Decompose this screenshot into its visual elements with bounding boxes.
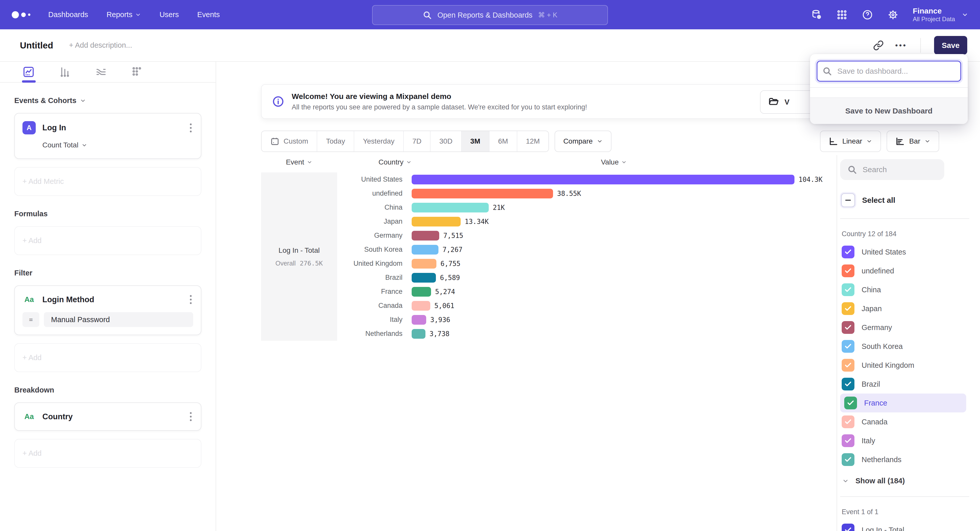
range-6m[interactable]: 6M xyxy=(489,131,517,152)
breakdown-kebab-icon[interactable] xyxy=(188,411,193,423)
save-button[interactable]: Save xyxy=(934,36,967,55)
nav-events[interactable]: Events xyxy=(197,11,220,19)
data-management-icon[interactable] xyxy=(811,9,822,21)
column-header-event[interactable]: Event xyxy=(261,158,337,166)
country-checkbox[interactable] xyxy=(842,415,854,428)
event-legend-item[interactable]: Log In - Total xyxy=(840,520,966,531)
country-checkbox[interactable] xyxy=(844,396,857,409)
settings-gear-icon[interactable] xyxy=(887,9,899,21)
range-today[interactable]: Today xyxy=(317,131,354,152)
country-filter-item[interactable]: China xyxy=(840,280,966,299)
tab-retention[interactable] xyxy=(131,62,143,82)
country-filter-item[interactable]: United States xyxy=(840,243,966,262)
breakdown-property-name[interactable]: Country xyxy=(42,412,73,421)
country-filter-item[interactable]: Canada xyxy=(840,412,966,431)
global-search[interactable]: Open Reports & Dashboards ⌘ + K xyxy=(372,5,608,25)
filter-card[interactable]: Aa Login Method = Manual Password xyxy=(14,285,201,335)
country-checkbox[interactable] xyxy=(842,434,854,447)
save-to-new-dashboard-button[interactable]: Save to New Dashboard xyxy=(810,97,968,124)
project-subtitle: All Project Data xyxy=(913,16,955,23)
country-checkbox[interactable] xyxy=(842,265,854,277)
range-12m[interactable]: 12M xyxy=(517,131,549,152)
chart-type-selector[interactable]: Bar xyxy=(886,131,939,152)
country-checkbox[interactable] xyxy=(842,359,854,372)
country-checkbox[interactable] xyxy=(842,321,854,334)
range-custom[interactable]: Custom xyxy=(262,131,317,152)
country-filter-item[interactable]: South Korea xyxy=(840,337,966,356)
more-actions-icon[interactable]: ••• xyxy=(895,41,907,50)
bar-segment[interactable] xyxy=(412,217,461,227)
add-formula-button[interactable]: + Add xyxy=(14,226,201,255)
event-total-cell[interactable]: Log In - Total Overall 276.5K xyxy=(261,173,337,341)
metric-event-name[interactable]: Log In xyxy=(42,123,66,132)
show-all-button[interactable]: Show all (184) xyxy=(840,477,980,485)
help-icon[interactable] xyxy=(862,9,873,21)
metric-kebab-icon[interactable] xyxy=(188,122,193,134)
mixpanel-logo-icon[interactable] xyxy=(12,11,30,18)
bar-segment[interactable] xyxy=(412,273,436,282)
bar-segment[interactable] xyxy=(412,287,431,296)
add-metric-button[interactable]: + Add Metric xyxy=(14,167,201,196)
project-switcher[interactable]: Finance All Project Data xyxy=(913,6,968,23)
country-checkbox[interactable] xyxy=(842,302,854,315)
tab-flows[interactable] xyxy=(95,62,107,82)
report-title[interactable]: Untitled xyxy=(20,40,53,51)
legend-search[interactable] xyxy=(840,159,944,180)
country-filter-item[interactable]: Brazil xyxy=(840,375,966,393)
bar-category-label: United Kingdom xyxy=(337,260,412,268)
column-header-country[interactable]: Country xyxy=(337,158,414,166)
country-checkbox[interactable] xyxy=(842,283,854,296)
column-header-value[interactable]: Value xyxy=(414,158,837,166)
country-filter-item[interactable]: undefined xyxy=(840,262,966,280)
bar-segment[interactable] xyxy=(412,189,553,198)
compare-button[interactable]: Compare xyxy=(555,131,611,152)
nav-reports[interactable]: Reports xyxy=(107,11,141,19)
filter-value[interactable]: Manual Password xyxy=(44,312,193,327)
add-filter-button[interactable]: + Add xyxy=(14,343,201,372)
bar-segment[interactable] xyxy=(412,301,430,311)
bar-segment[interactable] xyxy=(412,245,438,255)
filter-operator[interactable]: = xyxy=(22,312,39,327)
add-breakdown-button[interactable]: + Add xyxy=(14,439,201,468)
range-yesterday[interactable]: Yesterday xyxy=(354,131,403,152)
nav-users[interactable]: Users xyxy=(159,11,179,19)
filter-property-name[interactable]: Login Method xyxy=(42,295,94,304)
section-events-cohorts[interactable]: Events & Cohorts xyxy=(14,97,201,105)
add-description[interactable]: + Add description... xyxy=(69,41,132,49)
country-filter-item[interactable]: France xyxy=(840,393,966,412)
bar-segment[interactable] xyxy=(412,315,426,325)
country-checkbox[interactable] xyxy=(842,246,854,258)
country-checkbox[interactable] xyxy=(842,340,854,353)
country-filter-item[interactable]: Japan xyxy=(840,299,966,318)
legend-search-input[interactable] xyxy=(862,165,937,174)
tab-insights[interactable] xyxy=(22,62,35,82)
event-checkbox[interactable] xyxy=(842,524,854,531)
breakdown-card[interactable]: Aa Country xyxy=(14,403,201,431)
country-filter-item[interactable]: United Kingdom xyxy=(840,356,966,375)
bar-segment[interactable] xyxy=(412,329,425,339)
country-filter-item[interactable]: Germany xyxy=(840,318,966,337)
select-all-checkbox[interactable] xyxy=(841,193,855,207)
country-filter-item[interactable]: Italy xyxy=(840,431,966,450)
range-30d[interactable]: 30D xyxy=(430,131,461,152)
apps-grid-icon[interactable] xyxy=(836,9,848,21)
country-filter-item[interactable]: Netherlands xyxy=(840,450,966,469)
country-checkbox[interactable] xyxy=(842,378,854,390)
save-to-dashboard-input[interactable] xyxy=(817,61,961,82)
range-7d[interactable]: 7D xyxy=(403,131,430,152)
nav-dashboards[interactable]: Dashboards xyxy=(48,11,88,19)
copy-link-icon[interactable] xyxy=(873,40,884,51)
bar-segment[interactable] xyxy=(412,231,439,241)
bar-segment[interactable] xyxy=(412,175,794,184)
folder-icon xyxy=(768,97,779,107)
metric-aggregation[interactable]: Count Total xyxy=(42,141,193,149)
filter-kebab-icon[interactable] xyxy=(188,293,193,306)
tab-funnels[interactable] xyxy=(59,62,71,82)
country-checkbox[interactable] xyxy=(842,453,854,466)
metric-card[interactable]: A Log In Count Total xyxy=(14,113,201,159)
range-3m[interactable]: 3M xyxy=(461,131,489,152)
bar-segment[interactable] xyxy=(412,259,436,269)
select-all-row[interactable]: Select all xyxy=(840,193,980,207)
scale-selector[interactable]: Linear xyxy=(820,131,881,152)
bar-segment[interactable] xyxy=(412,203,489,212)
